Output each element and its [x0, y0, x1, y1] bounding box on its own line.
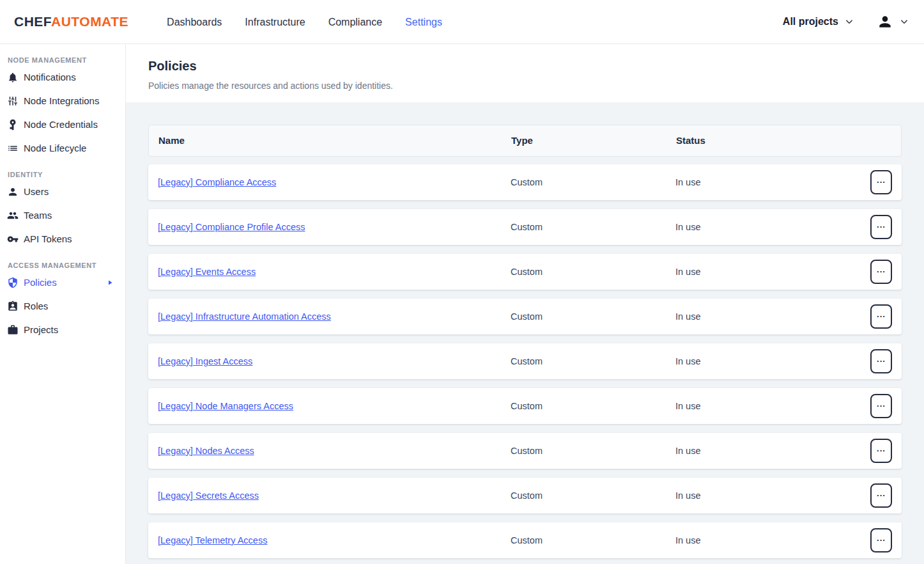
main-nav: Dashboards Infrastructure Compliance Set…: [155, 0, 454, 44]
sidebar-section-node-management: NODE MANAGEMENT Notifications Node Integ…: [0, 56, 125, 160]
page-subtitle: Policies manage the resources and action…: [148, 81, 902, 91]
row-actions-menu-button[interactable]: ...: [870, 349, 892, 373]
table-row: [Legacy] Compliance Profile Access Custo…: [148, 209, 902, 245]
column-header-name: Name: [158, 135, 511, 146]
policy-status: In use: [675, 267, 870, 277]
policy-status: In use: [675, 311, 870, 322]
nav-item-compliance[interactable]: Compliance: [317, 0, 394, 44]
key-icon: [7, 233, 19, 245]
main-content: Policies Policies manage the resources a…: [126, 44, 924, 564]
table-row: [Legacy] Node Managers Access Custom In …: [148, 388, 902, 424]
sidebar-item-label: Users: [24, 186, 49, 197]
sidebar-section-title: IDENTITY: [8, 171, 125, 178]
policies-table: Name Type Status [Legacy] Compliance Acc…: [148, 125, 902, 558]
row-actions-menu-button[interactable]: ...: [870, 304, 892, 329]
group-icon: [7, 210, 19, 221]
topbar-right: All projects: [783, 13, 910, 30]
policy-link[interactable]: [Legacy] Nodes Access: [158, 446, 254, 456]
policy-status: In use: [675, 177, 870, 187]
chef-automate-logo[interactable]: CHEFAUTOMATE: [14, 14, 128, 29]
policy-type: Custom: [511, 535, 675, 545]
projects-filter-label: All projects: [783, 16, 838, 27]
policy-link[interactable]: [Legacy] Ingest Access: [158, 356, 252, 366]
sidebar-section-title: NODE MANAGEMENT: [8, 56, 125, 64]
projects-filter-dropdown[interactable]: All projects: [783, 16, 855, 27]
row-actions-menu-button[interactable]: ...: [870, 528, 892, 552]
policy-link[interactable]: [Legacy] Infrastructure Automation Acces…: [158, 311, 331, 322]
policy-type: Custom: [511, 401, 675, 411]
policy-link[interactable]: [Legacy] Telemetry Access: [158, 535, 267, 545]
table-row: [Legacy] Telemetry Access Custom In use …: [148, 522, 902, 558]
sidebar-item-roles[interactable]: Roles: [0, 294, 125, 318]
policy-type: Custom: [511, 490, 675, 501]
logo-chef-text: CHEF: [14, 14, 51, 29]
page-header: Policies Policies manage the resources a…: [126, 44, 924, 102]
sidebar-item-label: Notifications: [24, 72, 76, 82]
policies-content-area: Name Type Status [Legacy] Compliance Acc…: [126, 102, 924, 564]
table-header-row: Name Type Status: [148, 125, 902, 157]
table-row: [Legacy] Compliance Access Custom In use…: [148, 164, 902, 200]
bell-icon: [7, 72, 19, 83]
table-row: [Legacy] Events Access Custom In use ...: [148, 254, 902, 290]
policy-link[interactable]: [Legacy] Compliance Access: [158, 177, 276, 187]
table-row: [Legacy] Nodes Access Custom In use ...: [148, 433, 902, 469]
sidebar-item-node-integrations[interactable]: Node Integrations: [0, 89, 125, 113]
policy-status: In use: [675, 401, 870, 411]
sidebar-section-identity: IDENTITY Users Teams API Tokens: [0, 171, 125, 251]
sidebar-item-label: Roles: [24, 301, 48, 311]
expand-right-arrow-icon[interactable]: [106, 279, 114, 286]
sidebar-item-node-lifecycle[interactable]: Node Lifecycle: [0, 136, 125, 160]
policy-link[interactable]: [Legacy] Compliance Profile Access: [158, 222, 305, 232]
chevron-down-icon: [898, 16, 910, 27]
row-actions-menu-button[interactable]: ...: [870, 170, 892, 194]
sidebar-item-projects[interactable]: Projects: [0, 318, 125, 341]
nav-item-settings[interactable]: Settings: [394, 0, 454, 44]
sliders-icon: [7, 95, 19, 107]
user-avatar-icon: [877, 13, 893, 30]
policy-link[interactable]: [Legacy] Secrets Access: [158, 490, 259, 501]
settings-sidebar: NODE MANAGEMENT Notifications Node Integ…: [0, 44, 126, 564]
top-navigation-bar: CHEFAUTOMATE Dashboards Infrastructure C…: [0, 0, 924, 44]
logo-automate-text: AUTOMATE: [51, 14, 128, 29]
key-vertical-icon: [7, 119, 19, 130]
sidebar-section-access-management: ACCESS MANAGEMENT Policies Roles Project…: [0, 262, 125, 341]
row-actions-menu-button[interactable]: ...: [870, 439, 892, 463]
sidebar-item-policies[interactable]: Policies: [0, 270, 125, 294]
sidebar-item-node-credentials[interactable]: Node Credentials: [0, 113, 125, 136]
policy-type: Custom: [511, 267, 675, 277]
sidebar-item-label: Teams: [24, 210, 52, 221]
sidebar-item-teams[interactable]: Teams: [0, 203, 125, 227]
policy-status: In use: [675, 535, 870, 545]
table-row: [Legacy] Ingest Access Custom In use ...: [148, 343, 902, 379]
list-icon: [7, 143, 19, 154]
policy-type: Custom: [511, 311, 675, 322]
sidebar-item-label: Projects: [24, 324, 58, 335]
column-header-status: Status: [676, 135, 901, 146]
row-actions-menu-button[interactable]: ...: [870, 483, 892, 508]
nav-item-dashboards[interactable]: Dashboards: [155, 0, 233, 44]
policy-link[interactable]: [Legacy] Events Access: [158, 267, 256, 277]
user-menu-dropdown[interactable]: [877, 13, 910, 30]
sidebar-item-label: Node Credentials: [24, 119, 98, 130]
policy-status: In use: [675, 490, 870, 501]
sidebar-item-api-tokens[interactable]: API Tokens: [0, 227, 125, 251]
sidebar-item-label: Node Integrations: [24, 95, 99, 106]
row-actions-menu-button[interactable]: ...: [870, 260, 892, 284]
table-row: [Legacy] Infrastructure Automation Acces…: [148, 299, 902, 334]
policy-type: Custom: [511, 222, 675, 232]
sidebar-item-label: Policies: [24, 277, 57, 288]
briefcase-icon: [7, 324, 19, 336]
row-actions-menu-button[interactable]: ...: [870, 394, 892, 418]
nav-item-infrastructure[interactable]: Infrastructure: [233, 0, 316, 44]
policy-link[interactable]: [Legacy] Node Managers Access: [158, 401, 293, 411]
sidebar-item-users[interactable]: Users: [0, 180, 125, 203]
shield-icon: [7, 277, 19, 288]
badge-icon: [7, 301, 19, 312]
row-actions-menu-button[interactable]: ...: [870, 215, 892, 239]
sidebar-item-label: API Tokens: [24, 233, 72, 244]
table-row: [Legacy] Secrets Access Custom In use ..…: [148, 478, 902, 513]
sidebar-item-notifications[interactable]: Notifications: [0, 65, 125, 89]
policy-status: In use: [675, 446, 870, 456]
policy-type: Custom: [511, 356, 675, 366]
policy-type: Custom: [511, 177, 675, 187]
